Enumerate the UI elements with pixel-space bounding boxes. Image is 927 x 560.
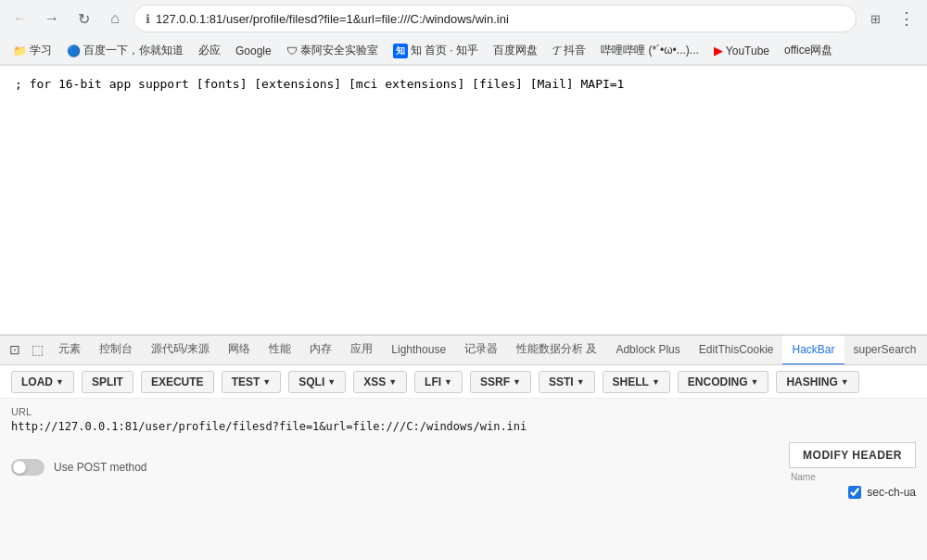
toggle-knob — [13, 461, 26, 474]
ssrf-dropdown-arrow: ▼ — [513, 377, 521, 387]
xss-button[interactable]: XSS ▼ — [353, 371, 407, 393]
devtools-tabs: ⊡ ⬚ 元素 控制台 源代码/来源 网络 性能 内存 应用 Lighthouse… — [0, 336, 927, 365]
address-bar[interactable]: ℹ 127.0.0.1:81/user/profile/filesd?file=… — [133, 5, 857, 32]
tab-performance[interactable]: 性能 — [260, 336, 300, 365]
file-content: ; for 16-bit app support [fonts] [extens… — [15, 77, 912, 91]
hackbar-toolbar: LOAD ▼ SPLIT EXECUTE TEST ▼ SQLI ▼ XSS ▼… — [0, 365, 927, 399]
bookmark-label: 学习 — [30, 43, 52, 58]
menu-button[interactable]: ⋮ — [894, 6, 920, 32]
tab-adblock[interactable]: Adblock Plus — [606, 336, 689, 365]
load-dropdown-arrow: ▼ — [56, 377, 64, 387]
hashing-button[interactable]: HASHING ▼ — [776, 371, 858, 393]
bookmark-label: YouTube — [726, 45, 769, 57]
browser-chrome: ← → ↻ ⌂ ℹ 127.0.0.1:81/user/profile/file… — [0, 0, 927, 66]
home-button[interactable]: ⌂ — [102, 6, 128, 32]
test-dropdown-arrow: ▼ — [262, 377, 271, 387]
tab-perf-insights[interactable]: 性能数据分析 及 — [507, 336, 606, 365]
page-content-area: ; for 16-bit app support [fonts] [extens… — [0, 66, 927, 335]
tab-network[interactable]: 网络 — [219, 336, 260, 365]
bookmark-zhihu[interactable]: 知 知 首页 · 知乎 — [387, 41, 484, 60]
lfi-dropdown-arrow: ▼ — [444, 377, 452, 387]
bookmark-google[interactable]: Google — [230, 43, 277, 59]
url-value[interactable]: http://127.0.0.1:81/user/profile/filesd?… — [11, 420, 916, 433]
bookmark-bing[interactable]: 必应 — [193, 41, 226, 60]
bookmarks-bar: 📁 学习 🔵 百度一下，你就知道 必应 Google 🛡 泰阿安全实验室 知 知… — [0, 37, 927, 65]
tab-devtools-icon[interactable]: ⊡ — [4, 336, 26, 365]
bookmark-icon: 🔵 — [67, 45, 81, 57]
execute-button[interactable]: EXECUTE — [141, 371, 214, 393]
tab-recorder[interactable]: 记录器 — [455, 336, 507, 365]
tab-editthiscookie[interactable]: EditThisCookie — [690, 336, 783, 365]
sec-ch-ua-checkbox[interactable] — [848, 486, 861, 499]
url-section: URL http://127.0.0.1:81/user/profile/fil… — [11, 406, 916, 433]
bookmark-bilibili[interactable]: 哔哩哔哩 (*´•ω•...)... — [595, 41, 705, 60]
ssti-button[interactable]: SSTI ▼ — [539, 371, 595, 393]
tab-supersearch[interactable]: superSearch — [844, 336, 926, 365]
name-label: Name — [791, 472, 816, 482]
tab-sources[interactable]: 源代码/来源 — [142, 336, 219, 365]
encoding-button[interactable]: ENCODING ▼ — [678, 371, 769, 393]
xss-dropdown-arrow: ▼ — [388, 377, 397, 387]
folder-icon: 📁 — [13, 45, 27, 57]
reload-button[interactable]: ↻ — [70, 6, 96, 32]
forward-button[interactable]: → — [39, 6, 65, 32]
post-method-toggle[interactable] — [11, 459, 44, 476]
shell-button[interactable]: SHELL ▼ — [603, 371, 670, 393]
bookmark-baidupan[interactable]: 百度网盘 — [488, 41, 543, 60]
devtools-panel: ⊡ ⬚ 元素 控制台 源代码/来源 网络 性能 内存 应用 Lighthouse… — [0, 335, 927, 560]
ssrf-button[interactable]: SSRF ▼ — [470, 371, 531, 393]
bookmark-taiasec[interactable]: 🛡 泰阿安全实验室 — [281, 41, 384, 60]
post-method-row: Use POST method — [11, 459, 147, 476]
back-button[interactable]: ← — [7, 6, 33, 32]
extensions-button[interactable]: ⊞ — [862, 6, 888, 32]
bookmark-label: 百度一下，你就知道 — [83, 43, 184, 58]
bookmark-douyin[interactable]: 𝓣 抖音 — [547, 41, 591, 60]
bookmark-label: office网盘 — [784, 43, 832, 58]
tab-console[interactable]: 控制台 — [90, 336, 142, 365]
bookmark-label: 泰阿安全实验室 — [300, 43, 378, 58]
bookmark-folder[interactable]: 📁 学习 — [7, 41, 57, 60]
shield-icon: 🛡 — [286, 45, 298, 57]
post-method-label: Use POST method — [54, 461, 147, 474]
url-label: URL — [11, 406, 916, 417]
hackbar-content: URL http://127.0.0.1:81/user/profile/fil… — [0, 399, 927, 506]
shell-dropdown-arrow: ▼ — [652, 377, 660, 387]
tab-elements[interactable]: 元素 — [49, 336, 90, 365]
bookmark-label: Google — [235, 45, 272, 57]
tab-lighthouse[interactable]: Lighthouse — [382, 336, 455, 365]
modify-header-button[interactable]: MODIFY HEADER — [789, 442, 916, 468]
tab-hackbar[interactable]: HackBar — [782, 336, 844, 365]
bookmark-label: 必应 — [198, 43, 221, 58]
bookmark-label: 百度网盘 — [493, 43, 538, 58]
bookmark-label: 知 首页 · 知乎 — [411, 43, 478, 58]
load-button[interactable]: LOAD ▼ — [11, 371, 74, 393]
ssti-dropdown-arrow: ▼ — [577, 377, 585, 387]
sqli-dropdown-arrow: ▼ — [327, 377, 336, 387]
bookmark-label: 哔哩哔哩 (*´•ω•...)... — [601, 43, 699, 58]
address-bar-row: ← → ↻ ⌂ ℹ 127.0.0.1:81/user/profile/file… — [0, 0, 927, 37]
header-checkbox-row: sec-ch-ua — [848, 486, 916, 499]
hashing-dropdown-arrow: ▼ — [841, 377, 849, 387]
bookmark-youtube[interactable]: ▶ YouTube — [708, 42, 775, 59]
lfi-button[interactable]: LFI ▼ — [414, 371, 463, 393]
encoding-dropdown-arrow: ▼ — [750, 377, 758, 387]
bookmark-baidu[interactable]: 🔵 百度一下，你就知道 — [61, 41, 189, 60]
lock-icon: ℹ — [146, 12, 150, 26]
split-button[interactable]: SPLIT — [82, 371, 133, 393]
tab-application[interactable]: 应用 — [341, 336, 382, 365]
tab-memory[interactable]: 内存 — [300, 336, 341, 365]
url-display: 127.0.0.1:81/user/profile/filesd?file=1&… — [156, 12, 844, 26]
bookmark-office[interactable]: office网盘 — [779, 41, 838, 60]
sec-ch-ua-label: sec-ch-ua — [867, 486, 916, 499]
test-button[interactable]: TEST ▼ — [222, 371, 282, 393]
tab-devtools-icon2[interactable]: ⬚ — [26, 336, 49, 365]
bookmark-label: 抖音 — [564, 43, 586, 58]
sqli-button[interactable]: SQLI ▼ — [288, 371, 346, 393]
